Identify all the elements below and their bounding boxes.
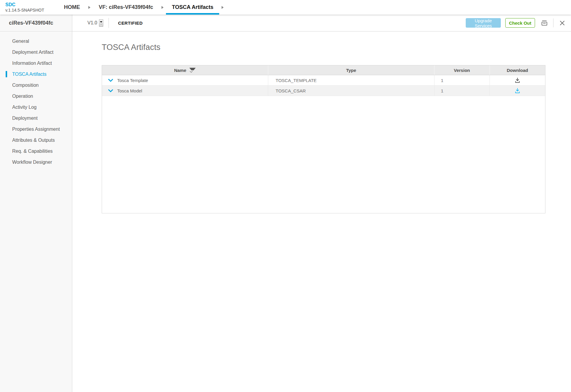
- column-header-version-label: Version: [454, 68, 470, 73]
- download-icon[interactable]: [514, 77, 521, 84]
- chevron-down-icon[interactable]: [108, 89, 113, 92]
- sidebar-item-label: TOSCA Artifacts: [12, 72, 46, 77]
- sidebar-item-label: Properties Assignment: [12, 127, 60, 132]
- breadcrumb-vf[interactable]: VF: ciRes-VF439f04fc: [93, 0, 159, 15]
- column-header-download-label: Download: [507, 68, 528, 73]
- spinner-down-icon: [100, 21, 102, 23]
- sidebar-item-label: Workflow Designer: [12, 160, 52, 165]
- column-header-download: Download: [490, 65, 545, 75]
- breadcrumb-tosca-label: TOSCA Artifacts: [172, 4, 213, 10]
- sidebar-title: ciRes-VF439f04fc: [0, 15, 72, 32]
- sidebar-item-workflow-designer[interactable]: Workflow Designer: [0, 157, 72, 168]
- toolbar-divider: [553, 18, 553, 27]
- tosca-artifacts-table: Name Type Version: [102, 65, 545, 213]
- sort-triangle: [189, 68, 196, 70]
- triangle-right-icon: [161, 6, 164, 9]
- sidebar-item-properties-assignment[interactable]: Properties Assignment: [0, 124, 72, 135]
- sidebar-item-tosca-artifacts[interactable]: TOSCA Artifacts: [0, 69, 72, 80]
- sidebar-item-general[interactable]: General: [0, 36, 72, 47]
- sidebar-item-label: Information Artifact: [12, 61, 52, 66]
- triangle-right-icon: [88, 6, 90, 9]
- sidebar-item-req-capabilities[interactable]: Req. & Capabilities: [0, 146, 72, 157]
- version-selector[interactable]: [99, 19, 103, 27]
- page-title: TOSCA Artifacts: [102, 43, 571, 52]
- sidebar-item-attributes-outputs[interactable]: Attributes & Outputs: [0, 135, 72, 146]
- print-icon: [540, 19, 548, 27]
- sidebar-item-information-artifact[interactable]: Information Artifact: [0, 58, 72, 69]
- artifact-name: Tosca Model: [117, 88, 142, 93]
- triangle-right-icon: [222, 6, 224, 9]
- column-header-type-label: Type: [346, 68, 356, 73]
- column-header-version: Version: [434, 65, 490, 75]
- sort-descending-icon[interactable]: [189, 68, 196, 73]
- chevron-down-icon[interactable]: [108, 79, 113, 82]
- artifact-type: TOSCA_TEMPLATE: [276, 78, 317, 83]
- version-label: V1.0: [87, 20, 97, 26]
- sidebar-item-deployment-artifact[interactable]: Deployment Artifact: [0, 47, 72, 58]
- sidebar-item-label: Activity Log: [12, 105, 37, 110]
- sidebar-item-label: Deployment: [12, 116, 37, 121]
- app-logo: SDC v.1.14.5-SNAPSHOT: [0, 2, 58, 12]
- sidebar-item-label: General: [12, 39, 29, 44]
- sidebar-nav: General Deployment Artifact Information …: [0, 32, 72, 168]
- download-icon[interactable]: [514, 88, 521, 94]
- breadcrumb: HOME VF: ciRes-VF439f04fc TOSCA Artifact…: [58, 0, 226, 15]
- sidebar: ciRes-VF439f04fc General Deployment Arti…: [0, 15, 72, 392]
- active-tab-underline: [166, 13, 219, 15]
- sort-caret-icon: [189, 71, 193, 73]
- close-button[interactable]: [559, 20, 565, 26]
- sidebar-item-operation[interactable]: Operation: [0, 91, 72, 102]
- breadcrumb-home[interactable]: HOME: [58, 0, 86, 15]
- column-header-name-label: Name: [174, 68, 186, 73]
- lifecycle-state-badge: CERTIFIED: [118, 21, 143, 26]
- artifact-name: Tosca Template: [117, 78, 148, 83]
- sidebar-item-label: Attributes & Outputs: [12, 138, 55, 143]
- spinner-shadow: [100, 24, 102, 25]
- column-header-type: Type: [268, 65, 434, 75]
- table-header-row: Name Type Version: [102, 65, 545, 75]
- artifact-type: TOSCA_CSAR: [276, 88, 306, 93]
- breadcrumb-tosca-artifacts[interactable]: TOSCA Artifacts: [166, 0, 219, 15]
- toolbar-divider: [109, 18, 109, 28]
- breadcrumb-vf-label: VF: ciRes-VF439f04fc: [99, 4, 153, 10]
- app-version: v.1.14.5-SNAPSHOT: [5, 8, 58, 12]
- check-out-button[interactable]: Check Out: [505, 18, 535, 28]
- sidebar-item-composition[interactable]: Composition: [0, 80, 72, 91]
- top-bar: SDC v.1.14.5-SNAPSHOT HOME VF: ciRes-VF4…: [0, 0, 571, 15]
- sidebar-item-label: Composition: [12, 83, 39, 88]
- breadcrumb-home-label: HOME: [64, 4, 80, 10]
- app-name: SDC: [5, 2, 58, 7]
- sidebar-item-label: Deployment Artifact: [12, 50, 54, 55]
- table-row-tosca-model[interactable]: Tosca Model TOSCA_CSAR 1: [102, 86, 545, 96]
- sidebar-item-label: Req. & Capabilities: [12, 149, 53, 154]
- sidebar-item-label: Operation: [12, 94, 33, 99]
- table-row-tosca-template[interactable]: Tosca Template TOSCA_TEMPLATE 1: [102, 75, 545, 86]
- upgrade-services-button[interactable]: Upgrade Services: [466, 18, 501, 28]
- sidebar-item-activity-log[interactable]: Activity Log: [0, 102, 72, 113]
- column-header-name[interactable]: Name: [102, 65, 268, 75]
- artifact-version: 1: [441, 78, 443, 83]
- close-icon: [559, 20, 565, 26]
- active-indicator: [6, 71, 7, 77]
- print-button[interactable]: [540, 19, 548, 27]
- artifact-version: 1: [441, 88, 443, 93]
- version-toolbar: V1.0 CERTIFIED Upgrade Services Check Ou…: [72, 15, 571, 32]
- sidebar-item-deployment[interactable]: Deployment: [0, 113, 72, 124]
